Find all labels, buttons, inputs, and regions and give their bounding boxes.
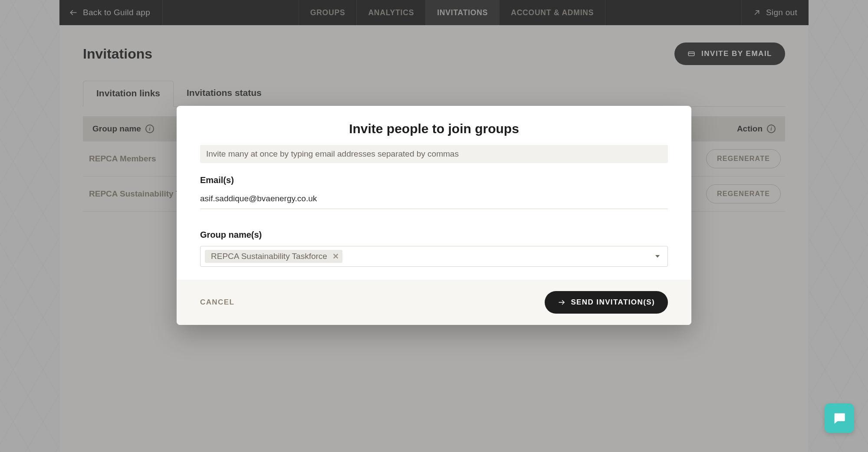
selected-group-chip: REPCA Sustainability Taskforce ✕: [205, 250, 342, 263]
modal-footer: Cancel Send invitation(s): [177, 280, 691, 325]
remove-chip-icon[interactable]: ✕: [332, 252, 339, 261]
invite-modal: Invite people to join groups Invite many…: [177, 106, 691, 325]
arrow-right-icon: [558, 298, 566, 306]
chevron-down-icon: [655, 255, 660, 258]
groups-label: Group name(s): [200, 230, 668, 240]
emails-input[interactable]: [200, 191, 668, 209]
send-button-label: Send invitation(s): [571, 298, 655, 307]
modal-title: Invite people to join groups: [200, 121, 668, 136]
chat-icon: [832, 411, 847, 426]
cancel-button[interactable]: Cancel: [200, 298, 234, 307]
emails-label: Email(s): [200, 175, 668, 185]
chat-widget-button[interactable]: [825, 403, 854, 433]
selected-group-label: REPCA Sustainability Taskforce: [211, 252, 327, 261]
send-invitations-button[interactable]: Send invitation(s): [545, 291, 668, 314]
modal-hint: Invite many at once by typing email addr…: [200, 145, 668, 163]
modal-overlay[interactable]: Invite people to join groups Invite many…: [0, 0, 868, 452]
groups-multiselect[interactable]: REPCA Sustainability Taskforce ✕: [200, 246, 668, 267]
